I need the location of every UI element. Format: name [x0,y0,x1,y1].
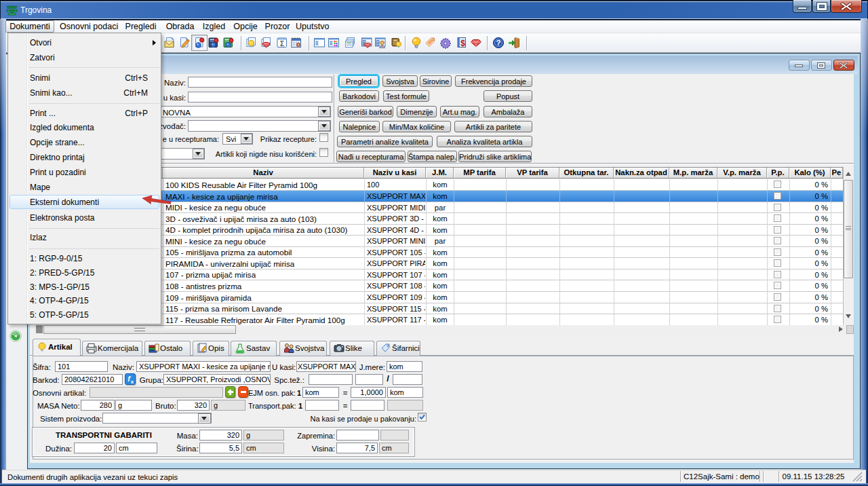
svg-text:Σ: Σ [280,40,284,48]
svg-text:?: ? [496,39,500,47]
svg-text:$: $ [460,39,465,48]
svg-text:x: x [131,379,134,385]
